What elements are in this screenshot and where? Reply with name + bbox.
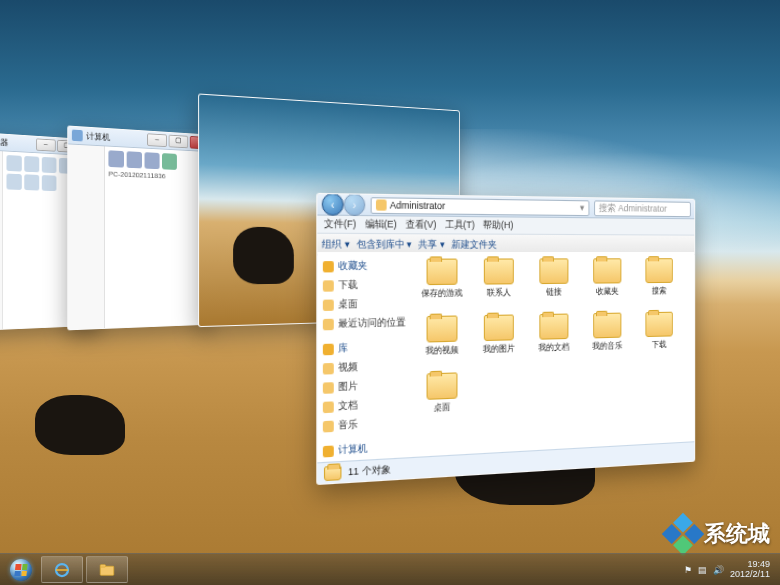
- svg-rect-2: [100, 564, 105, 566]
- flip3d-window-explorer-front[interactable]: ‹ › Administrator ▾ 搜索 Administrator 文件(…: [316, 193, 695, 485]
- folder-icon: [593, 313, 621, 339]
- folder-label: 联系人: [487, 287, 511, 299]
- folder-item[interactable]: 我的图片: [473, 314, 525, 367]
- start-button[interactable]: [4, 557, 38, 582]
- folder-icon: [376, 199, 387, 210]
- folder-label: 我的视频: [426, 344, 459, 357]
- folder-item[interactable]: 链接: [529, 258, 579, 310]
- watermark-text: 系统城: [704, 519, 770, 549]
- nav-back-button[interactable]: ‹: [322, 193, 344, 216]
- folder-icon: [484, 258, 514, 284]
- computer-name: PC-201202111836: [108, 170, 208, 182]
- menu-item[interactable]: 帮助(H): [483, 218, 513, 232]
- menu-item[interactable]: 工具(T): [445, 218, 475, 232]
- search-placeholder: 搜索 Administrator: [599, 201, 667, 215]
- sidebar-item[interactable]: 桌面: [320, 294, 411, 314]
- folder-icon: [427, 372, 458, 400]
- explorer-sidebar[interactable]: 收藏夹下载桌面最近访问的位置库视频图片文档音乐计算机网络: [317, 252, 414, 463]
- folder-item[interactable]: 我的视频: [415, 315, 469, 369]
- menu-item[interactable]: 文件(F): [324, 217, 356, 232]
- clock-date: 2012/2/11: [730, 570, 770, 580]
- taskbar-clock[interactable]: 19:49 2012/2/11: [730, 560, 770, 580]
- folder-icon: [427, 315, 458, 342]
- svg-rect-1: [100, 566, 114, 575]
- nav-forward-button[interactable]: ›: [344, 193, 366, 216]
- folder-item[interactable]: 联系人: [473, 258, 525, 310]
- desktop-background: 浏览器 – ▢ × 计算机: [0, 0, 780, 585]
- folder-label: 链接: [546, 286, 561, 298]
- folder-label: 我的文档: [538, 341, 569, 354]
- folder-item[interactable]: 下载: [635, 312, 682, 363]
- folder-icon: [645, 258, 672, 283]
- flip3d-stage: 浏览器 – ▢ × 计算机: [0, 0, 780, 560]
- flip3d-window-computer[interactable]: 计算机 – ▢ × PC-201202111836: [67, 125, 212, 330]
- toolbar-button[interactable]: 包含到库中 ▾: [356, 237, 412, 252]
- folder-label: 保存的游戏: [421, 287, 462, 300]
- folder-item[interactable]: 我的文档: [529, 313, 579, 365]
- taskbar-item-explorer[interactable]: [86, 556, 128, 583]
- toolbar-button[interactable]: 组织 ▾: [322, 237, 350, 252]
- folder-label: 桌面: [434, 401, 450, 414]
- taskbar[interactable]: ⚑ ▤ 🔊 19:49 2012/2/11: [0, 553, 780, 585]
- address-text: Administrator: [390, 200, 445, 212]
- folder-item[interactable]: 桌面: [415, 372, 469, 427]
- address-bar[interactable]: Administrator ▾: [371, 197, 590, 216]
- folder-item[interactable]: 保存的游戏: [415, 259, 469, 312]
- folder-item[interactable]: 收藏夹: [583, 258, 632, 309]
- ie-icon: [53, 561, 71, 579]
- taskbar-item-ie[interactable]: [41, 556, 83, 583]
- tray-flag-icon[interactable]: ⚑: [684, 565, 692, 575]
- system-tray[interactable]: ⚑ ▤ 🔊 19:49 2012/2/11: [684, 560, 776, 580]
- status-text: 11 个对象: [348, 462, 390, 479]
- folder-icon: [593, 258, 621, 283]
- menu-item[interactable]: 编辑(E): [365, 217, 397, 232]
- folder-icon: [324, 465, 341, 481]
- folder-icon: [645, 312, 672, 337]
- menu-bar[interactable]: 文件(F)编辑(E)查看(V)工具(T)帮助(H): [317, 216, 694, 236]
- folder-label: 我的图片: [483, 342, 515, 355]
- watermark: 系统城: [668, 519, 770, 549]
- watermark-logo: [662, 513, 704, 555]
- folder-icon: [427, 259, 458, 286]
- tray-volume-icon[interactable]: 🔊: [713, 565, 724, 575]
- search-box[interactable]: 搜索 Administrator: [594, 200, 691, 217]
- folder-icon: [539, 314, 568, 340]
- toolbar-button[interactable]: 新建文件夹: [451, 237, 497, 251]
- folder-icon: [484, 314, 514, 341]
- folder-label: 收藏夹: [596, 285, 619, 297]
- toolbar-button[interactable]: 共享 ▾: [418, 237, 444, 251]
- sidebar-section[interactable]: 收藏夹: [320, 256, 411, 275]
- window-body: PC-201202111836: [68, 144, 212, 330]
- maximize-button[interactable]: ▢: [169, 135, 189, 149]
- menu-item[interactable]: 查看(V): [405, 218, 436, 233]
- folder-item[interactable]: 搜索: [635, 258, 682, 308]
- folder-item[interactable]: 我的音乐: [583, 312, 632, 364]
- folder-icon: [539, 258, 568, 284]
- start-orb-icon: [10, 559, 32, 581]
- tray-network-icon[interactable]: ▤: [698, 565, 707, 575]
- sidebar-item[interactable]: 最近访问的位置: [320, 313, 411, 334]
- minimize-button[interactable]: –: [36, 138, 56, 151]
- window-title: 浏览器: [0, 136, 8, 149]
- app-icon: [72, 130, 83, 142]
- folder-label: 搜索: [652, 285, 667, 297]
- folder-label: 我的音乐: [592, 340, 622, 352]
- window-title: 计算机: [86, 130, 110, 144]
- minimize-button[interactable]: –: [147, 133, 167, 147]
- explorer-content[interactable]: 保存的游戏联系人链接收藏夹搜索我的视频我的图片我的文档我的音乐下载桌面: [409, 252, 695, 458]
- sidebar-item[interactable]: 下载: [320, 275, 411, 295]
- explorer-icon: [98, 561, 116, 579]
- folder-label: 下载: [652, 339, 667, 351]
